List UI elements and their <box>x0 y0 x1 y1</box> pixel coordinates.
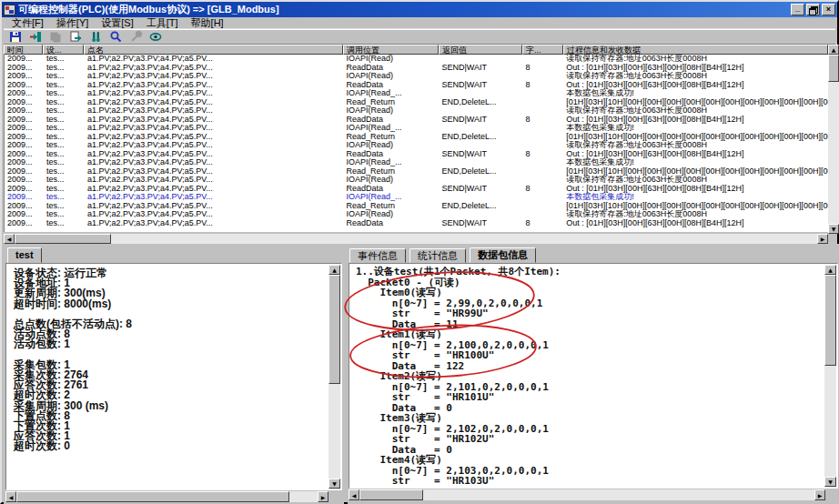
log-scroll-left-icon[interactable]: ◀ <box>4 234 15 244</box>
cell: 读取保持寄存器:地址0063H长度0008H <box>563 72 828 81</box>
device-tab[interactable]: test <box>7 247 42 263</box>
info-scroll-left-icon[interactable]: ◀ <box>349 489 359 500</box>
device-hscroll-thumb[interactable] <box>16 491 289 502</box>
cell: 本数据包采集成功! <box>563 193 828 202</box>
tab-0[interactable]: 事件信息 <box>349 248 406 263</box>
cell: Read_Return <box>344 202 440 211</box>
column-header-4[interactable]: 返回值 <box>439 45 522 55</box>
cell: SEND|WAIT <box>439 64 522 73</box>
menu-item-2[interactable]: 设置[S] <box>95 16 139 30</box>
cell: 2009... <box>5 141 44 150</box>
cell: ReadData <box>344 116 440 125</box>
cell: Out : [01H][03H][00H][63H][00H][08H][B4H… <box>563 219 828 228</box>
info-panel: 事件信息统计信息数据包信息 1..设备test(共1个Packet, 共8个It… <box>348 247 839 504</box>
cell: 2009... <box>5 106 44 116</box>
cell: tes... <box>44 116 85 125</box>
table-row[interactable]: 2009...tes...a1.PV;a2.PV;a3.PV;a4.PV;a5.… <box>5 167 828 176</box>
cell: END,DeleteL... <box>439 202 522 211</box>
cell: 2009... <box>5 158 44 167</box>
column-header-0[interactable]: 时间 <box>4 45 43 55</box>
table-row[interactable]: 2009...tes...a1.PV;a2.PV;a3.PV;a4.PV;a5.… <box>5 141 828 150</box>
cell: [01H][03H][10H][00H][00H][00H][00H][00H]… <box>563 167 828 176</box>
table-row[interactable]: 2009...tes...a1.PV;a2.PV;a3.PV;a4.PV;a5.… <box>5 158 828 167</box>
probe-icon[interactable] <box>86 30 105 44</box>
cell: 2009... <box>5 210 44 219</box>
close-button[interactable]: × <box>822 4 835 15</box>
table-row[interactable]: 2009...tes...a1.PV;a2.PV;a3.PV;a4.PV;a5.… <box>5 210 828 219</box>
info-hscroll-thumb[interactable] <box>359 489 423 500</box>
cell <box>439 176 522 185</box>
cell: 本数据包采集成功! <box>563 124 828 133</box>
table-row[interactable]: 2009...tes...a1.PV;a2.PV;a3.PV;a4.PV;a5.… <box>5 55 828 64</box>
table-row[interactable]: 2009...tes...a1.PV;a2.PV;a3.PV;a4.PV;a5.… <box>5 106 828 116</box>
table-row[interactable]: 2009...tes...a1.PV;a2.PV;a3.PV;a4.PV;a5.… <box>5 64 828 73</box>
device-scroll-up-icon[interactable]: ▲ <box>329 265 340 275</box>
log-hscroll-thumb[interactable] <box>15 234 111 244</box>
cell: Out : [01H][03H][00H][63H][00H][08H][B4H… <box>563 81 828 90</box>
info-scroll-right-icon[interactable]: ▶ <box>814 489 825 500</box>
cell <box>439 158 522 167</box>
table-row[interactable]: 2009...tes...a1.PV;a2.PV;a3.PV;a4.PV;a5.… <box>5 133 828 142</box>
table-row[interactable]: 2009...tes...a1.PV;a2.PV;a3.PV;a4.PV;a5.… <box>5 202 828 211</box>
info-vscroll-thumb[interactable] <box>824 275 836 366</box>
tab-2[interactable]: 数据包信息 <box>470 247 536 263</box>
device-vscroll-thumb[interactable] <box>329 275 340 384</box>
table-row[interactable]: 2009...tes...a1.PV;a2.PV;a3.PV;a4.PV;a5.… <box>5 193 828 202</box>
column-header-3[interactable]: 调用位置 <box>343 45 439 55</box>
menu-item-4[interactable]: 帮助[H] <box>185 16 230 30</box>
log-scroll-down-icon[interactable]: ▼ <box>828 224 839 234</box>
packet-info-line: 1..设备test(共1个Packet, 共8个Item): <box>356 267 837 277</box>
table-row[interactable]: 2009...tes...a1.PV;a2.PV;a3.PV;a4.PV;a5.… <box>5 176 828 185</box>
device-scroll-down-icon[interactable]: ▼ <box>329 479 340 489</box>
cell: 读取保持寄存器:地址0063H长度0008H <box>563 106 828 116</box>
cell: tes... <box>44 133 85 142</box>
info-scroll-down-icon[interactable]: ▼ <box>824 477 836 487</box>
table-row[interactable]: 2009...tes...a1.PV;a2.PV;a3.PV;a4.PV;a5.… <box>5 116 828 125</box>
menu-item-3[interactable]: 工具[T] <box>140 16 185 30</box>
column-header-5[interactable]: 字... <box>522 45 563 55</box>
table-row[interactable]: 2009...tes...a1.PV;a2.PV;a3.PV;a4.PV;a5.… <box>5 124 828 133</box>
menu-item-0[interactable]: 文件[F] <box>5 16 50 30</box>
log-scroll-right-icon[interactable]: ▶ <box>817 234 828 244</box>
packet-info-line: Item0(读写) <box>356 287 837 298</box>
device-scroll-right-icon[interactable]: ▶ <box>318 491 329 502</box>
info-scroll-up-icon[interactable]: ▲ <box>824 265 836 275</box>
cell: tes... <box>44 55 85 64</box>
wrench-icon <box>126 30 145 44</box>
export-icon[interactable] <box>66 30 85 44</box>
device-panel: test 设备状态: 运行正常设备地址: 1更新周期: 300(ms)超时时间:… <box>4 247 344 504</box>
tab-1[interactable]: 统计信息 <box>409 248 466 263</box>
menu-item-1[interactable]: 操作[Y] <box>50 16 95 30</box>
table-row[interactable]: 2009...tes...a1.PV;a2.PV;a3.PV;a4.PV;a5.… <box>5 81 828 90</box>
cell <box>439 193 522 202</box>
cell: tes... <box>44 98 85 107</box>
cell: 8 <box>522 150 563 159</box>
column-header-6[interactable]: 过程信息和发收数据 <box>563 45 828 55</box>
table-row[interactable]: 2009...tes...a1.PV;a2.PV;a3.PV;a4.PV;a5.… <box>5 185 828 194</box>
column-header-1[interactable]: 设... <box>43 45 84 55</box>
restore-button[interactable] <box>806 4 820 15</box>
device-scroll-left-icon[interactable]: ◀ <box>5 491 16 502</box>
cell: IOAPI(Read) <box>344 176 440 185</box>
menubar: 文件[F]操作[Y]设置[S]工具[T]帮助[H] <box>4 17 835 29</box>
table-row[interactable]: 2009...tes...a1.PV;a2.PV;a3.PV;a4.PV;a5.… <box>5 72 828 81</box>
log-vscroll-thumb[interactable] <box>828 55 839 82</box>
table-row[interactable]: 2009...tes...a1.PV;a2.PV;a3.PV;a4.PV;a5.… <box>5 150 828 159</box>
log-scroll-up-icon[interactable]: ▲ <box>828 45 839 55</box>
cell: 2009... <box>5 98 44 107</box>
cell: 读取保持寄存器:地址0063H长度0008H <box>563 141 828 150</box>
save-icon[interactable] <box>6 30 25 44</box>
cell: a1.PV;a2.PV;a3.PV;a4.PV;a5.PV... <box>85 116 344 125</box>
monitor-eye-icon[interactable] <box>147 30 165 44</box>
connect-icon[interactable] <box>26 30 45 44</box>
log-hscrollbar[interactable] <box>4 234 828 244</box>
cell: tes... <box>44 219 85 228</box>
table-row[interactable]: 2009...tes...a1.PV;a2.PV;a3.PV;a4.PV;a5.… <box>5 89 828 98</box>
search-icon[interactable] <box>106 30 125 44</box>
table-row[interactable]: 2009...tes...a1.PV;a2.PV;a3.PV;a4.PV;a5.… <box>5 219 828 228</box>
column-header-2[interactable]: 点名 <box>84 45 343 55</box>
table-row[interactable]: 2009...tes...a1.PV;a2.PV;a3.PV;a4.PV;a5.… <box>5 98 828 107</box>
cell: 2009... <box>5 124 44 133</box>
minimize-button[interactable]: _ <box>791 4 804 15</box>
cell: Out : [01H][03H][00H][63H][00H][08H][B4H… <box>563 185 828 194</box>
